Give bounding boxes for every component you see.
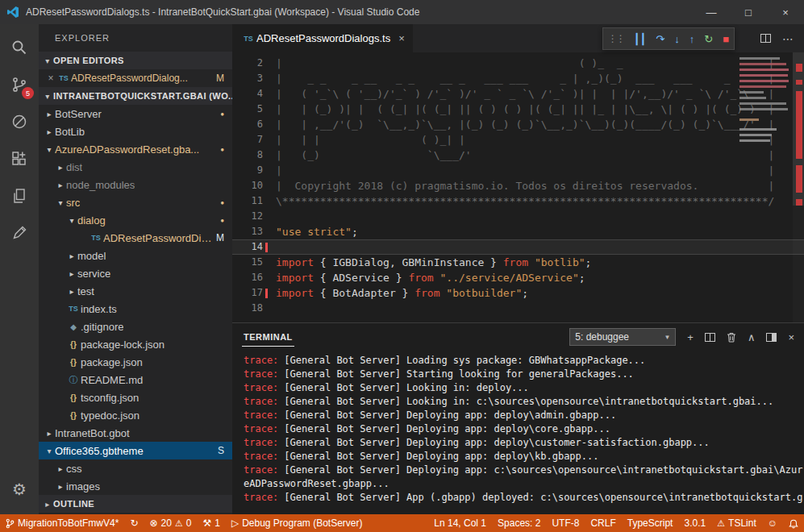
workspace-label: INTRANETBOTQUICKSTART.GBAI (WO... (53, 91, 232, 101)
editor-scrollbar[interactable] (793, 52, 804, 322)
tree-item-azureadpasswordreset.gba...[interactable]: ▾AzureADPasswordReset.gba...● (39, 140, 232, 158)
ts-file-icon: TS (240, 35, 256, 43)
tree-item-model[interactable]: ▸model (39, 247, 232, 264)
notifications-bell-icon[interactable] (783, 514, 804, 532)
chevron-down-icon: ▾ (44, 447, 55, 455)
warning-icon: ⚠ (717, 519, 725, 528)
more-actions-icon[interactable]: ⋯ (782, 32, 794, 45)
tree-item-tsconfig.json[interactable]: {}tsconfig.json (39, 389, 232, 406)
chevron-right-icon: ▸ (66, 287, 77, 296)
workspace-header[interactable]: ▾ INTRANETBOTQUICKSTART.GBAI (WO... (39, 87, 232, 105)
maximize-panel-icon[interactable]: ∧ (748, 331, 756, 343)
gutter (263, 117, 271, 132)
split-terminal-icon[interactable] (705, 333, 715, 342)
indentation-indicator[interactable]: Spaces: 2 (492, 514, 546, 532)
close-button[interactable]: × (767, 0, 804, 24)
split-editor-icon[interactable] (760, 34, 771, 43)
tree-item-adresetpassworddial...[interactable]: TSADResetPasswordDial...M (39, 229, 232, 247)
tree-item-.gitignore[interactable]: ◆.gitignore (39, 318, 232, 335)
line-number: 4 (232, 86, 263, 102)
outline-header[interactable]: ▸ OUTLINE (39, 495, 232, 513)
tree-item-index.ts[interactable]: TSindex.ts (39, 300, 232, 318)
overview-ruler-mark (796, 91, 802, 159)
source-control-icon[interactable]: 5 (0, 66, 39, 103)
terminal-picker[interactable]: 5: debuggee ▼ (569, 328, 676, 346)
terminal-output[interactable]: trace:[General Bot Server] Loading sys p… (232, 351, 804, 514)
debug-icon[interactable] (0, 103, 39, 140)
maximize-button[interactable]: □ (730, 0, 767, 24)
overview-ruler-mark (796, 64, 802, 72)
terminal-text: eADPasswordReset.gbapp... (244, 478, 390, 489)
tree-item-service[interactable]: ▸service (39, 264, 232, 282)
line-number: 16 (232, 270, 263, 285)
tree-item-package.json[interactable]: {}package.json (39, 353, 232, 371)
tree-item-intranetbot.gbot[interactable]: ▸IntranetBot.gbot (39, 424, 232, 442)
tslint-indicator[interactable]: ⚠ TSLint (711, 514, 762, 532)
tree-item-css[interactable]: ▸css (39, 459, 232, 477)
tree-item-typedoc.json[interactable]: {}typedoc.json (39, 406, 232, 424)
extensions-icon[interactable] (0, 140, 39, 177)
terminal-line: trace:[General Bot Server] App (.gbapp) … (244, 491, 793, 505)
debug-status-indicator[interactable]: ▷ Debug Program (BotServer) (226, 514, 369, 532)
settings-gear-icon[interactable]: ⚙ (0, 471, 39, 508)
trace-prefix: trace: (244, 451, 278, 462)
tree-item-dialog[interactable]: ▾dialog● (39, 211, 232, 229)
step-out-button[interactable]: ↑ (689, 34, 695, 44)
git-status-badge: M (216, 232, 224, 243)
encoding-indicator[interactable]: UTF-8 (546, 514, 585, 532)
ts-version-indicator[interactable]: 3.0.1 (678, 514, 711, 532)
language-indicator[interactable]: TypeScript (622, 514, 679, 532)
tree-item-dist[interactable]: ▸dist (39, 158, 232, 176)
tree-item-node-modules[interactable]: ▸node_modules (39, 176, 232, 193)
kill-terminal-icon[interactable] (727, 332, 736, 343)
problems-indicator[interactable]: ⊗ 20 ⚠ 0 (144, 514, 197, 532)
drag-handle-icon[interactable]: ⋮⋮ (608, 34, 624, 44)
tab-adresetpassworddialogs[interactable]: TS ADResetPasswordDialogs.ts × (232, 24, 413, 52)
git-branch-indicator[interactable]: MigrationToBotFmwV4* (0, 514, 124, 532)
minimap[interactable] (738, 54, 791, 199)
tree-item-office365.gbtheme[interactable]: ▾Office365.gbthemeS (39, 442, 232, 459)
tree-item-src[interactable]: ▾src● (39, 193, 232, 211)
open-editors-header[interactable]: ▾ OPEN EDITORS (39, 52, 232, 69)
line-number: 13 (232, 224, 263, 239)
open-editor-item[interactable]: × TS ADResetPasswordDialog... M (39, 69, 232, 87)
gutter (263, 132, 271, 148)
eol-indicator[interactable]: CRLF (585, 514, 621, 532)
ts-file-icon: TS (56, 74, 71, 82)
line-number: 18 (232, 301, 263, 316)
terminal-tab[interactable]: TERMINAL (242, 327, 294, 347)
tree-item-images[interactable]: ▸images (39, 477, 232, 495)
gutter (263, 102, 271, 117)
stop-button[interactable]: ■ (723, 34, 729, 44)
minimize-button[interactable]: — (693, 0, 730, 24)
files-icon[interactable] (0, 177, 39, 214)
sync-button[interactable]: ↻ (124, 514, 144, 532)
new-terminal-icon[interactable]: + (687, 331, 694, 343)
trace-prefix: trace: (244, 423, 278, 434)
tasks-indicator[interactable]: ⚒ 1 (197, 514, 225, 532)
tree-item-label: ADResetPasswordDial... (103, 232, 216, 244)
search-icon[interactable] (0, 29, 39, 66)
pause-button[interactable]: ┃┃ (634, 34, 647, 44)
tree-item-test[interactable]: ▸test (39, 282, 232, 300)
tree-item-label: dialog (77, 214, 106, 227)
restart-button[interactable]: ↻ (704, 34, 713, 44)
tree-item-readme.md[interactable]: ⓘREADME.md (39, 371, 232, 389)
code-editor[interactable]: 2| ( )_ _ |3| _ _ _ __ _ _ __ _ ___ ___ … (232, 52, 804, 322)
step-over-button[interactable]: ↷ (656, 34, 664, 44)
tree-item-package-lock.json[interactable]: {}package-lock.json (39, 335, 232, 353)
code-text: import { IGBDialog, GBMinInstance } from… (271, 255, 591, 270)
panel-layout-icon[interactable] (766, 333, 777, 342)
feedback-smiley-icon[interactable]: ☺ (762, 514, 783, 532)
tree-item-botserver[interactable]: ▸BotServer● (39, 105, 232, 123)
tree-item-botlib[interactable]: ▸BotLib (39, 123, 232, 140)
status-bar-left: MigrationToBotFmwV4* ↻ ⊗ 20 ⚠ 0 ⚒ 1 ▷ De… (0, 514, 369, 532)
edit-icon[interactable] (0, 214, 39, 251)
close-icon[interactable]: × (45, 73, 56, 84)
close-panel-icon[interactable]: × (788, 331, 794, 343)
goto-line-indicator[interactable]: Ln 14, Col 1 (428, 514, 492, 532)
tab-close-icon[interactable]: × (398, 32, 405, 44)
editor-actions: ⋯ (760, 24, 804, 52)
code-text: | | | ( )_| | | (271, 132, 774, 148)
step-into-button[interactable]: ↓ (674, 34, 680, 44)
